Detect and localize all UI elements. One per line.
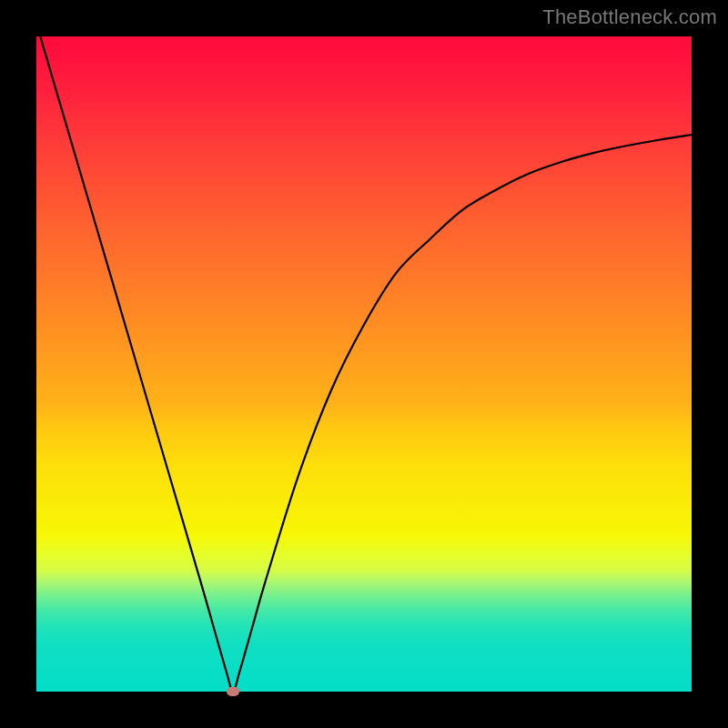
bottleneck-curve	[36, 36, 692, 692]
min-marker	[227, 687, 239, 696]
plot-area	[36, 36, 692, 692]
curve-path	[36, 24, 692, 692]
chart-container: TheBottleneck.com	[0, 0, 728, 728]
watermark-text: TheBottleneck.com	[542, 5, 717, 29]
